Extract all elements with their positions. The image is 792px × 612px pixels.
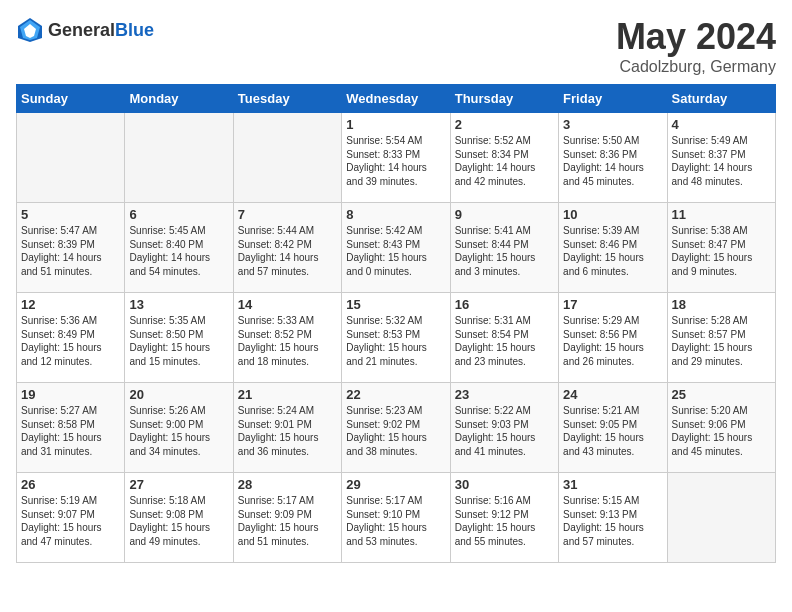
table-row [17,113,125,203]
day-content: Sunrise: 5:33 AM Sunset: 8:52 PM Dayligh… [238,314,337,368]
logo-text: GeneralBlue [48,20,154,41]
table-row: 29Sunrise: 5:17 AM Sunset: 9:10 PM Dayli… [342,473,450,563]
day-number: 7 [238,207,337,222]
table-row: 20Sunrise: 5:26 AM Sunset: 9:00 PM Dayli… [125,383,233,473]
table-row: 1Sunrise: 5:54 AM Sunset: 8:33 PM Daylig… [342,113,450,203]
day-content: Sunrise: 5:42 AM Sunset: 8:43 PM Dayligh… [346,224,445,278]
day-number: 5 [21,207,120,222]
table-row: 6Sunrise: 5:45 AM Sunset: 8:40 PM Daylig… [125,203,233,293]
day-content: Sunrise: 5:24 AM Sunset: 9:01 PM Dayligh… [238,404,337,458]
day-content: Sunrise: 5:52 AM Sunset: 8:34 PM Dayligh… [455,134,554,188]
table-row: 2Sunrise: 5:52 AM Sunset: 8:34 PM Daylig… [450,113,558,203]
day-number: 23 [455,387,554,402]
day-number: 8 [346,207,445,222]
day-number: 1 [346,117,445,132]
day-number: 15 [346,297,445,312]
day-content: Sunrise: 5:20 AM Sunset: 9:06 PM Dayligh… [672,404,771,458]
day-content: Sunrise: 5:31 AM Sunset: 8:54 PM Dayligh… [455,314,554,368]
day-content: Sunrise: 5:17 AM Sunset: 9:09 PM Dayligh… [238,494,337,548]
calendar-table: Sunday Monday Tuesday Wednesday Thursday… [16,84,776,563]
day-content: Sunrise: 5:44 AM Sunset: 8:42 PM Dayligh… [238,224,337,278]
day-content: Sunrise: 5:15 AM Sunset: 9:13 PM Dayligh… [563,494,662,548]
calendar-header-row: Sunday Monday Tuesday Wednesday Thursday… [17,85,776,113]
table-row: 19Sunrise: 5:27 AM Sunset: 8:58 PM Dayli… [17,383,125,473]
table-row: 30Sunrise: 5:16 AM Sunset: 9:12 PM Dayli… [450,473,558,563]
header-saturday: Saturday [667,85,775,113]
day-content: Sunrise: 5:54 AM Sunset: 8:33 PM Dayligh… [346,134,445,188]
day-content: Sunrise: 5:35 AM Sunset: 8:50 PM Dayligh… [129,314,228,368]
table-row: 4Sunrise: 5:49 AM Sunset: 8:37 PM Daylig… [667,113,775,203]
logo-icon [16,16,44,44]
day-number: 12 [21,297,120,312]
day-number: 22 [346,387,445,402]
table-row: 24Sunrise: 5:21 AM Sunset: 9:05 PM Dayli… [559,383,667,473]
calendar-header: GeneralBlue May 2024 Cadolzburg, Germany [16,16,776,76]
title-area: May 2024 Cadolzburg, Germany [616,16,776,76]
table-row: 26Sunrise: 5:19 AM Sunset: 9:07 PM Dayli… [17,473,125,563]
table-row: 5Sunrise: 5:47 AM Sunset: 8:39 PM Daylig… [17,203,125,293]
header-monday: Monday [125,85,233,113]
table-row: 15Sunrise: 5:32 AM Sunset: 8:53 PM Dayli… [342,293,450,383]
table-row: 25Sunrise: 5:20 AM Sunset: 9:06 PM Dayli… [667,383,775,473]
day-number: 19 [21,387,120,402]
day-content: Sunrise: 5:47 AM Sunset: 8:39 PM Dayligh… [21,224,120,278]
day-content: Sunrise: 5:26 AM Sunset: 9:00 PM Dayligh… [129,404,228,458]
header-tuesday: Tuesday [233,85,341,113]
table-row: 28Sunrise: 5:17 AM Sunset: 9:09 PM Dayli… [233,473,341,563]
day-content: Sunrise: 5:49 AM Sunset: 8:37 PM Dayligh… [672,134,771,188]
day-number: 21 [238,387,337,402]
day-number: 18 [672,297,771,312]
table-row: 21Sunrise: 5:24 AM Sunset: 9:01 PM Dayli… [233,383,341,473]
table-row: 17Sunrise: 5:29 AM Sunset: 8:56 PM Dayli… [559,293,667,383]
table-row: 12Sunrise: 5:36 AM Sunset: 8:49 PM Dayli… [17,293,125,383]
table-row: 27Sunrise: 5:18 AM Sunset: 9:08 PM Dayli… [125,473,233,563]
table-row [233,113,341,203]
day-number: 30 [455,477,554,492]
day-number: 29 [346,477,445,492]
day-content: Sunrise: 5:16 AM Sunset: 9:12 PM Dayligh… [455,494,554,548]
table-row: 10Sunrise: 5:39 AM Sunset: 8:46 PM Dayli… [559,203,667,293]
day-content: Sunrise: 5:32 AM Sunset: 8:53 PM Dayligh… [346,314,445,368]
day-number: 31 [563,477,662,492]
day-content: Sunrise: 5:28 AM Sunset: 8:57 PM Dayligh… [672,314,771,368]
table-row [667,473,775,563]
day-content: Sunrise: 5:17 AM Sunset: 9:10 PM Dayligh… [346,494,445,548]
day-content: Sunrise: 5:45 AM Sunset: 8:40 PM Dayligh… [129,224,228,278]
table-row: 9Sunrise: 5:41 AM Sunset: 8:44 PM Daylig… [450,203,558,293]
day-number: 3 [563,117,662,132]
header-wednesday: Wednesday [342,85,450,113]
day-number: 16 [455,297,554,312]
day-number: 11 [672,207,771,222]
logo-blue: Blue [115,20,154,40]
day-content: Sunrise: 5:50 AM Sunset: 8:36 PM Dayligh… [563,134,662,188]
day-number: 10 [563,207,662,222]
header-friday: Friday [559,85,667,113]
day-number: 14 [238,297,337,312]
day-content: Sunrise: 5:18 AM Sunset: 9:08 PM Dayligh… [129,494,228,548]
table-row: 11Sunrise: 5:38 AM Sunset: 8:47 PM Dayli… [667,203,775,293]
day-number: 26 [21,477,120,492]
table-row: 18Sunrise: 5:28 AM Sunset: 8:57 PM Dayli… [667,293,775,383]
day-number: 9 [455,207,554,222]
table-row: 31Sunrise: 5:15 AM Sunset: 9:13 PM Dayli… [559,473,667,563]
day-content: Sunrise: 5:39 AM Sunset: 8:46 PM Dayligh… [563,224,662,278]
location-title: Cadolzburg, Germany [616,58,776,76]
day-content: Sunrise: 5:27 AM Sunset: 8:58 PM Dayligh… [21,404,120,458]
table-row: 14Sunrise: 5:33 AM Sunset: 8:52 PM Dayli… [233,293,341,383]
day-content: Sunrise: 5:29 AM Sunset: 8:56 PM Dayligh… [563,314,662,368]
day-content: Sunrise: 5:38 AM Sunset: 8:47 PM Dayligh… [672,224,771,278]
day-content: Sunrise: 5:41 AM Sunset: 8:44 PM Dayligh… [455,224,554,278]
day-number: 2 [455,117,554,132]
day-content: Sunrise: 5:19 AM Sunset: 9:07 PM Dayligh… [21,494,120,548]
logo: GeneralBlue [16,16,154,44]
table-row: 8Sunrise: 5:42 AM Sunset: 8:43 PM Daylig… [342,203,450,293]
day-number: 24 [563,387,662,402]
logo-general: General [48,20,115,40]
month-title: May 2024 [616,16,776,58]
day-number: 25 [672,387,771,402]
header-thursday: Thursday [450,85,558,113]
day-number: 27 [129,477,228,492]
table-row: 3Sunrise: 5:50 AM Sunset: 8:36 PM Daylig… [559,113,667,203]
day-content: Sunrise: 5:23 AM Sunset: 9:02 PM Dayligh… [346,404,445,458]
table-row: 23Sunrise: 5:22 AM Sunset: 9:03 PM Dayli… [450,383,558,473]
